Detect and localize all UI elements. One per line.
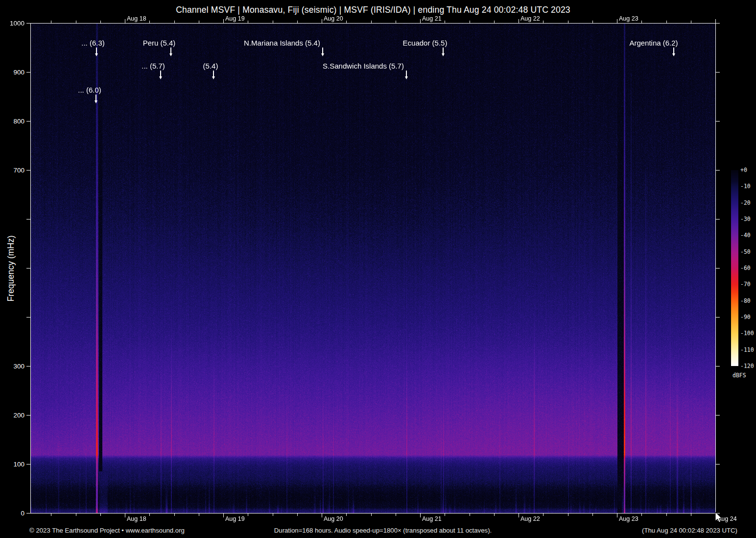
event-arrow-head-icon (169, 53, 172, 56)
x-tick-top (149, 21, 150, 23)
colorbar-tick-label: -100 (740, 330, 754, 337)
y-tick-left (26, 317, 30, 318)
y-tick-left (26, 219, 30, 220)
y-tick-left (26, 121, 30, 122)
y-tick-right (716, 23, 720, 24)
x-tick-bottom (174, 514, 175, 516)
page-title: Channel MSVF | Monasavu, Fiji (seismic) … (30, 5, 716, 15)
x-tick-label-top: Aug 21 (422, 15, 442, 22)
x-tick-bottom (617, 514, 617, 517)
x-tick-top (371, 21, 372, 23)
event-annotation-label: ... (5.7) (142, 62, 165, 70)
colorbar-tick-label: -60 (740, 265, 751, 271)
event-arrow-head-icon (212, 76, 215, 79)
x-tick-label-top: Aug 23 (619, 15, 638, 22)
colorbar-tick-label: -80 (740, 297, 751, 304)
y-tick-right (716, 317, 720, 318)
y-tick-label: 700 (0, 167, 24, 174)
x-tick-bottom (76, 514, 76, 516)
x-tick-bottom (346, 514, 347, 516)
y-tick-right (716, 219, 720, 220)
colorbar-tick-label: -20 (740, 199, 751, 206)
x-tick-bottom (199, 514, 199, 516)
y-tick-left (26, 268, 30, 269)
spectrogram-plot-area (30, 23, 716, 514)
x-tick-label-top: Aug 19 (225, 15, 245, 22)
x-tick-bottom (445, 514, 445, 516)
x-tick-top (519, 19, 519, 23)
colorbar-tick-label: -110 (740, 346, 754, 353)
y-axis-title: Frequency (mHz) (6, 235, 16, 301)
event-arrow-head-icon (672, 53, 675, 56)
event-arrow-head-icon (321, 53, 324, 56)
x-tick-bottom (568, 514, 568, 516)
x-tick-top (470, 21, 470, 23)
x-tick-top (273, 21, 273, 23)
x-tick-top (592, 21, 593, 23)
x-tick-label-bottom: Aug 22 (520, 515, 540, 522)
spectrogram-canvas (30, 23, 716, 514)
colorbar-tick-label: -40 (740, 232, 751, 239)
y-tick-right (716, 121, 720, 122)
x-tick-top (617, 19, 617, 23)
x-tick-label-top: Aug 18 (127, 15, 146, 22)
colorbar-tick-label: +0 (740, 167, 747, 173)
x-tick-bottom (494, 514, 495, 516)
y-tick-label: 300 (0, 363, 24, 370)
x-tick-bottom (420, 514, 421, 517)
x-tick-top (445, 21, 445, 23)
spectrogram-app: Channel MSVF | Monasavu, Fiji (seismic) … (0, 0, 756, 538)
x-tick-bottom (273, 514, 273, 516)
x-tick-top (125, 19, 125, 23)
event-arrow-head-icon (94, 100, 97, 103)
y-tick-right (716, 366, 720, 367)
x-tick-bottom (149, 514, 150, 516)
event-annotation-label: Ecuador (5.5) (403, 39, 448, 47)
y-tick-label: 900 (0, 69, 24, 76)
x-tick-bottom (297, 514, 298, 516)
y-tick-right (716, 464, 720, 465)
y-tick-label: 200 (0, 412, 24, 419)
x-tick-top (396, 21, 396, 23)
x-tick-bottom (715, 514, 716, 517)
x-tick-top (420, 19, 421, 23)
x-tick-bottom (470, 514, 470, 516)
x-tick-label-bottom: Aug 20 (324, 515, 343, 522)
x-tick-top (297, 21, 298, 23)
x-tick-bottom (223, 514, 224, 517)
y-tick-left (26, 72, 30, 73)
y-tick-label: 800 (0, 118, 24, 125)
x-tick-bottom (396, 514, 396, 516)
colorbar (731, 170, 738, 366)
event-annotation-label: S.Sandwich Islands (5.7) (323, 62, 404, 70)
x-tick-top (322, 19, 322, 23)
x-tick-bottom (100, 514, 101, 516)
y-tick-left (26, 464, 30, 465)
x-tick-bottom (543, 514, 543, 516)
x-tick-bottom (641, 514, 642, 516)
x-tick-label-top: Aug 20 (324, 15, 343, 22)
colorbar-tick-label: -120 (740, 363, 754, 369)
x-tick-label-bottom: Aug 23 (619, 515, 638, 522)
y-tick-left (26, 170, 30, 171)
y-tick-right (716, 513, 720, 514)
event-arrow-head-icon (95, 53, 98, 56)
footer-timestamp: (Thu Aug 24 00:02:48 2023 UTC) (642, 527, 737, 534)
colorbar-tick-label: -30 (740, 216, 751, 222)
colorbar-tick-label: -90 (740, 314, 751, 320)
event-annotation-label: Peru (5.4) (143, 39, 176, 47)
y-tick-right (716, 170, 720, 171)
y-tick-right (716, 415, 720, 416)
x-tick-label-top: Aug 22 (520, 15, 540, 22)
x-tick-top (691, 21, 691, 23)
x-tick-label-bottom: Aug 24 (717, 515, 737, 522)
x-tick-bottom (519, 514, 519, 517)
event-arrow-head-icon (405, 76, 408, 79)
event-annotation-label: ... (6.0) (78, 86, 101, 94)
y-tick-left (26, 23, 30, 24)
event-arrow-head-icon (442, 53, 445, 56)
x-tick-top (543, 21, 543, 23)
x-tick-top (568, 21, 568, 23)
x-tick-top (76, 21, 76, 23)
x-tick-label-bottom: Aug 21 (422, 515, 442, 522)
